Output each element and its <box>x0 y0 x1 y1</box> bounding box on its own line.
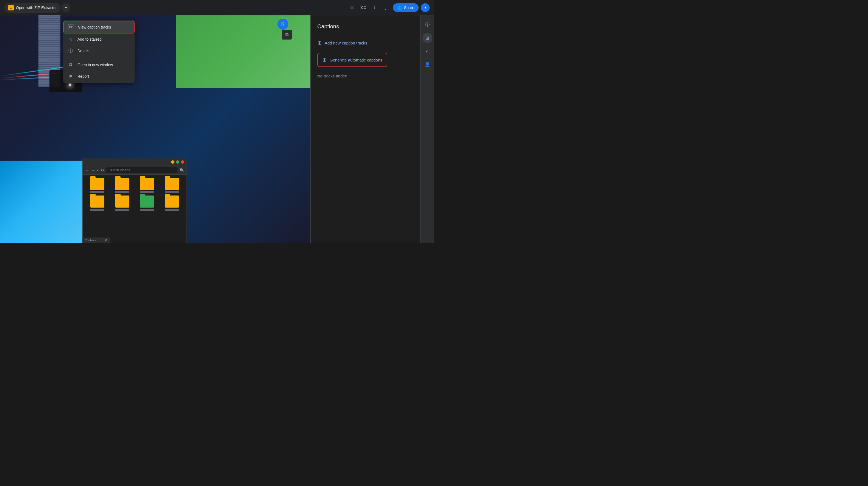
no-tracks-text: No tracks added <box>317 73 347 78</box>
folder-icon <box>115 195 129 207</box>
file-manager-search[interactable] <box>106 167 178 173</box>
add-tracks-label: Add new caption tracks <box>325 41 367 45</box>
folder-icon <box>90 178 104 190</box>
folder-label <box>90 191 104 193</box>
folder-label <box>140 209 154 211</box>
toolbar-icons: CC ↓ ⋮ <box>359 3 391 13</box>
open-with-label: Open with ZIP Extractor <box>16 5 57 10</box>
caption-tracks-menu-icon: CC <box>68 24 74 30</box>
add-starred-label: Add to starred <box>78 37 102 41</box>
menu-item-details[interactable]: ⓘ Details <box>63 45 134 57</box>
controls-label: Controls ⚙ <box>83 237 110 243</box>
generate-automatic-captions-button[interactable]: ⊕ Generate automatic captions <box>317 53 387 67</box>
avatar-letter: K <box>281 22 285 27</box>
more-options-button[interactable]: ⋮ <box>381 3 391 13</box>
external-link-icon: ⧉ <box>285 32 288 37</box>
close-window-button[interactable] <box>181 160 184 164</box>
file-manager-toolbar: ← → ▾ ↻ 🔍 <box>83 166 187 175</box>
folder-item[interactable] <box>86 178 109 193</box>
star-icon: ☆ <box>68 36 73 42</box>
folder-label <box>90 209 104 211</box>
top-bar-right: ✕ CC ↓ ⋮ 🌐 Share ▾ <box>348 3 430 13</box>
sidebar-person-icon[interactable]: 👤 <box>423 59 432 69</box>
folder-item-green[interactable] <box>136 195 158 211</box>
open-in-new-window-button[interactable]: ⧉ <box>282 30 292 39</box>
menu-item-open-new-window[interactable]: ⧉ Open in new window <box>63 59 134 71</box>
share-button[interactable]: 🌐 Share <box>393 3 418 12</box>
light-dot <box>69 84 71 86</box>
open-new-window-icon: ⧉ <box>68 62 73 68</box>
file-manager-header <box>83 158 187 166</box>
menu-item-view-caption[interactable]: CC View caption tracks <box>64 22 134 33</box>
info-icon: ⓘ <box>68 48 73 54</box>
sidebar-icons: ⓘ ⊞ ✓ 👤 <box>420 15 434 243</box>
add-new-caption-tracks-button[interactable]: ⊕ Add new caption tracks <box>317 37 367 48</box>
file-manager-content <box>83 175 187 214</box>
sidebar-info-icon[interactable]: ⓘ <box>423 20 432 30</box>
details-label: Details <box>78 48 89 53</box>
captions-header: Captions ? <box>317 22 427 31</box>
maximize-button[interactable] <box>176 160 179 164</box>
folder-icon <box>90 195 104 207</box>
share-label: Share <box>404 5 414 10</box>
blue-gradient-area <box>0 161 83 243</box>
folder-icon <box>115 178 129 190</box>
green-folder-icon <box>140 195 154 207</box>
folder-item[interactable] <box>136 178 158 193</box>
fm-search-icon[interactable]: 🔍 <box>180 168 184 172</box>
folder-label <box>140 191 154 193</box>
share-globe-icon: 🌐 <box>397 5 402 10</box>
close-button[interactable]: ✕ <box>348 3 356 12</box>
folder-item[interactable] <box>86 195 109 211</box>
folder-icon <box>165 178 179 190</box>
folder-item[interactable] <box>161 178 184 193</box>
generate-captions-label: Generate automatic captions <box>330 58 382 62</box>
folder-item[interactable] <box>111 178 134 193</box>
top-bar: Z Open with ZIP Extractor ▾ ✕ CC ↓ ⋮ 🌐 S… <box>0 0 434 15</box>
more-options-icon: ⋮ <box>383 5 388 11</box>
share-chevron-icon: ▾ <box>424 5 426 10</box>
view-caption-label: View caption tracks <box>78 25 111 29</box>
fm-dropdown-icon[interactable]: ▾ <box>97 168 99 172</box>
sidebar-panel: Captions ? ⊕ Add new caption tracks ⊕ Ge… <box>310 15 434 243</box>
context-menu-highlight: CC View caption tracks <box>63 21 134 33</box>
caption-tracks-button[interactable]: CC <box>359 3 369 13</box>
folder-item[interactable] <box>111 195 134 211</box>
folder-label <box>165 209 179 211</box>
sidebar-grid-icon[interactable]: ⊞ <box>423 33 432 43</box>
menu-item-report[interactable]: ⚑ Report <box>63 71 134 82</box>
captions-title: Captions <box>317 23 339 30</box>
captions-panel: Captions ? ⊕ Add new caption tracks ⊕ Ge… <box>311 15 434 243</box>
file-manager-window: ← → ▾ ↻ 🔍 <box>83 158 187 243</box>
fm-forward-icon[interactable]: → <box>91 168 95 172</box>
folder-label <box>115 209 129 211</box>
open-with-dropdown-button[interactable]: ▾ <box>62 3 70 12</box>
user-avatar[interactable]: K <box>277 19 288 30</box>
sidebar-checkmark-icon[interactable]: ✓ <box>423 46 432 56</box>
report-icon: ⚑ <box>68 73 73 79</box>
menu-item-add-starred[interactable]: ☆ Add to starred <box>63 33 134 45</box>
zip-icon: Z <box>8 5 14 10</box>
video-area: CC View caption tracks ☆ Add to starred … <box>0 15 310 243</box>
folder-label <box>165 191 179 193</box>
open-with-button[interactable]: Z Open with ZIP Extractor <box>4 3 60 13</box>
folder-icon <box>165 195 179 207</box>
close-icon: ✕ <box>350 5 354 11</box>
minimize-button[interactable] <box>171 160 175 164</box>
share-dropdown-button[interactable]: ▾ <box>421 3 430 12</box>
open-new-window-label: Open in new window <box>78 63 113 67</box>
menu-divider <box>63 58 134 58</box>
download-button[interactable]: ↓ <box>370 3 380 13</box>
chevron-down-icon: ▾ <box>65 5 67 10</box>
green-screen-area <box>176 15 310 88</box>
folder-item[interactable] <box>161 195 184 211</box>
report-label: Report <box>78 74 89 78</box>
fm-back-icon[interactable]: ← <box>85 168 89 172</box>
controls-settings-icon[interactable]: ⚙ <box>105 238 108 242</box>
controls-text: Controls <box>85 238 96 242</box>
main-content: CC View caption tracks ☆ Add to starred … <box>0 15 434 243</box>
fm-refresh-icon[interactable]: ↻ <box>101 168 104 172</box>
folder-label <box>115 191 129 193</box>
download-icon: ↓ <box>373 5 376 10</box>
context-menu: CC View caption tracks ☆ Add to starred … <box>63 20 134 83</box>
